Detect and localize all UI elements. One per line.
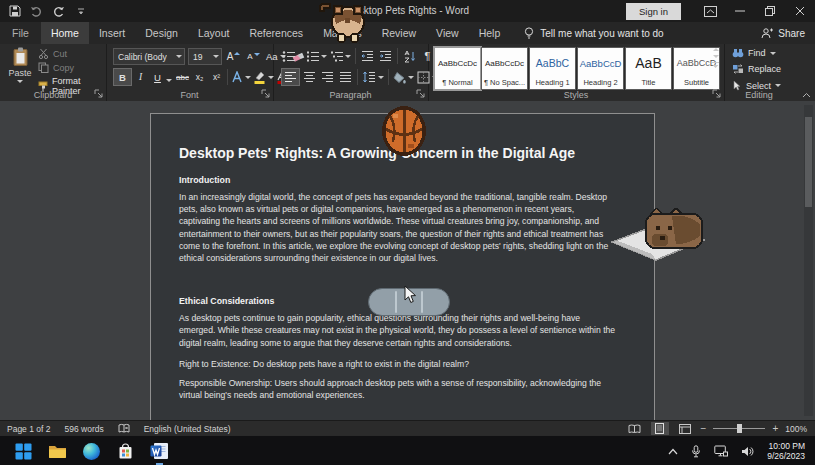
line-spacing-button[interactable]	[361, 69, 385, 85]
style-normal[interactable]: AaBbCcDc ¶ Normal	[433, 46, 482, 91]
word-taskbar-button[interactable]	[149, 441, 169, 461]
styles-scroll-down-icon[interactable]	[713, 55, 719, 58]
zoom-slider[interactable]	[713, 428, 765, 429]
tray-chevron-icon[interactable]	[668, 448, 678, 455]
redo-icon[interactable]	[52, 5, 65, 18]
tell-me-box[interactable]: Tell me what you want to do	[524, 22, 663, 44]
restore-button[interactable]	[755, 0, 785, 22]
grow-font-button[interactable]: A	[225, 49, 242, 65]
styles-more-icon[interactable]	[712, 62, 719, 69]
numbering-button[interactable]	[305, 48, 328, 64]
network-display-icon[interactable]	[714, 445, 728, 457]
tab-review[interactable]: Review	[372, 22, 426, 44]
folder-icon	[48, 443, 67, 459]
tab-home[interactable]: Home	[41, 22, 89, 44]
ribbon-display-options-icon[interactable]	[695, 0, 725, 22]
styles-scroll-up-icon[interactable]	[713, 48, 719, 51]
font-size-select[interactable]: 19	[188, 48, 222, 65]
multilevel-list-button[interactable]	[329, 48, 352, 64]
style-heading-1[interactable]: AaBbC Heading 1	[529, 47, 576, 90]
share-button[interactable]: Share	[761, 22, 805, 44]
tab-insert[interactable]: Insert	[89, 22, 135, 44]
microsoft-store-button[interactable]	[115, 441, 135, 461]
style-title[interactable]: AaB Title	[625, 47, 672, 90]
bullets-button[interactable]	[281, 48, 304, 64]
zoom-slider-handle[interactable]	[737, 424, 742, 433]
customize-quick-access-icon[interactable]	[74, 5, 87, 18]
copy-button[interactable]: Copy	[38, 62, 74, 73]
tab-layout[interactable]: Layout	[188, 22, 240, 44]
text-effects-icon	[231, 71, 243, 83]
justify-button[interactable]	[337, 69, 354, 85]
paragraph-dialog-launcher-icon[interactable]	[416, 89, 425, 98]
edge-browser-button[interactable]	[81, 441, 101, 461]
proofing-status-icon[interactable]	[111, 423, 137, 434]
bold-button[interactable]: B	[113, 68, 132, 86]
font-dialog-launcher-icon[interactable]	[261, 89, 270, 98]
style-heading-2[interactable]: AaBbCcD Heading 2	[577, 47, 624, 90]
tab-references[interactable]: References	[239, 22, 313, 44]
align-center-button[interactable]	[301, 69, 318, 85]
sign-in-button[interactable]: Sign in	[626, 3, 681, 20]
tab-help[interactable]: Help	[469, 22, 511, 44]
align-right-button[interactable]	[319, 69, 336, 85]
doc-paragraph-intro: In an increasingly digital world, the co…	[179, 191, 617, 264]
underline-button[interactable]: U	[149, 69, 166, 85]
vertical-scrollbar[interactable]	[804, 105, 813, 416]
save-icon[interactable]	[8, 5, 21, 18]
shading-button[interactable]	[392, 69, 415, 85]
paragraph-group: ¶	[273, 44, 429, 101]
tab-view[interactable]: View	[426, 22, 469, 44]
file-explorer-button[interactable]	[47, 441, 67, 461]
decrease-indent-button[interactable]	[359, 48, 376, 64]
text-effects-caret-icon	[245, 76, 251, 79]
clipboard-dialog-launcher-icon[interactable]	[94, 89, 103, 98]
zoom-out-button[interactable]: −	[701, 423, 707, 434]
collapse-ribbon-icon[interactable]	[802, 92, 811, 98]
highlight-color-button[interactable]	[252, 69, 275, 85]
align-left-button[interactable]	[281, 68, 300, 86]
subscript-button[interactable]: x₂	[191, 69, 208, 85]
scrollbar-thumb[interactable]	[805, 117, 812, 207]
print-layout-button[interactable]	[651, 422, 669, 435]
language-indicator[interactable]: English (United States)	[137, 424, 238, 434]
start-button[interactable]	[13, 441, 33, 461]
page-indicator[interactable]: Page 1 of 2	[0, 424, 57, 434]
undo-icon[interactable]	[30, 5, 43, 18]
tab-mailings[interactable]: Mailings	[313, 22, 372, 44]
zoom-in-button[interactable]: +	[772, 423, 778, 434]
lightbulb-icon	[524, 27, 534, 40]
minimize-button[interactable]	[725, 0, 755, 22]
close-button[interactable]	[785, 0, 815, 22]
replace-button[interactable]: Replace	[732, 64, 781, 74]
pet-treat-capsule-sprite[interactable]	[368, 288, 450, 316]
paste-button[interactable]: Paste	[5, 47, 35, 89]
microphone-icon[interactable]	[691, 445, 701, 458]
italic-button[interactable]: I	[132, 69, 149, 85]
select-caret-icon	[775, 84, 781, 87]
cut-button[interactable]: Cut	[38, 48, 67, 59]
style-no-spacing[interactable]: AaBbCcDc ¶ No Spac...	[481, 47, 528, 90]
copy-icon	[38, 62, 49, 73]
sort-button[interactable]	[401, 48, 418, 64]
document-page[interactable]: Desktop Pets' Rights: A Growing Concern …	[150, 113, 655, 420]
doc-paragraph-ownership: Responsible Ownership: Users should appr…	[179, 377, 617, 401]
shrink-font-button[interactable]: A	[245, 49, 262, 65]
taskbar-clock[interactable]: 10:00 PM 9/26/2023	[767, 441, 805, 461]
word-count[interactable]: 596 words	[57, 424, 110, 434]
doc-paragraph-ethics: As desktop pets continue to gain popular…	[179, 312, 617, 349]
increase-indent-icon	[379, 50, 392, 63]
increase-indent-button[interactable]	[377, 48, 394, 64]
strikethrough-button[interactable]: abc	[174, 69, 191, 85]
speaker-icon[interactable]	[741, 446, 754, 457]
superscript-button[interactable]: x²	[208, 69, 225, 85]
font-family-select[interactable]: Calibri (Body	[113, 48, 185, 65]
tab-design[interactable]: Design	[135, 22, 188, 44]
zoom-level[interactable]: 100%	[785, 424, 807, 434]
web-layout-button[interactable]	[676, 422, 694, 435]
styles-dialog-launcher-icon[interactable]	[712, 89, 721, 98]
find-button[interactable]: Find	[732, 48, 776, 58]
tab-file[interactable]: File	[0, 22, 41, 44]
read-mode-button[interactable]	[626, 422, 644, 435]
text-effects-button[interactable]	[230, 69, 252, 85]
